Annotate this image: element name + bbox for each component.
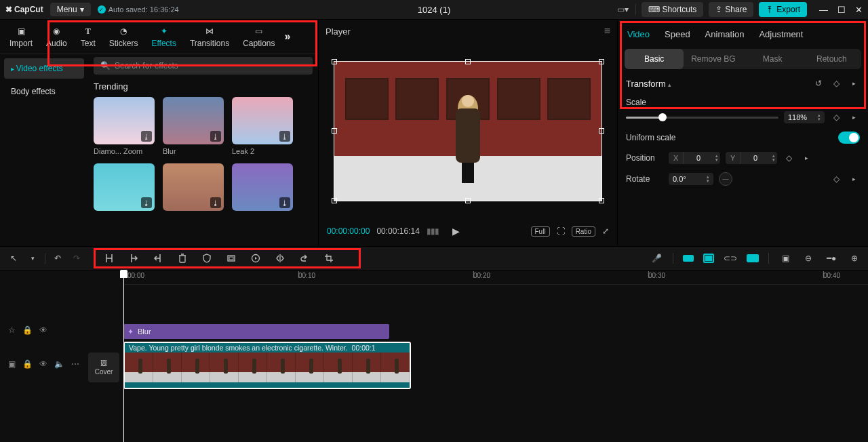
keyframe-icon[interactable]: ◇ (830, 173, 842, 185)
aspect-icon[interactable]: ▭▾ (616, 3, 630, 16)
more-icon[interactable]: ⋯ (71, 359, 79, 369)
preview-icon[interactable]: ▣ (778, 252, 792, 265)
effects-search[interactable]: 🔍 Search for effects (94, 57, 313, 75)
eye-icon[interactable]: 👁 (39, 359, 47, 369)
keyframe-icon[interactable]: ◇ (830, 77, 842, 89)
tab-animation[interactable]: Animation (705, 29, 745, 39)
export-button[interactable]: ⭱ Export (759, 2, 807, 17)
download-icon[interactable]: ⭳ (210, 131, 221, 142)
toggle-a[interactable] (683, 255, 694, 262)
tab-video[interactable]: Video (627, 29, 650, 39)
keyframe-icon[interactable]: ◇ (783, 152, 795, 164)
video-frame[interactable] (334, 61, 602, 201)
rotate-tool[interactable] (298, 252, 311, 265)
download-icon[interactable]: ⭳ (141, 197, 152, 208)
split-tool[interactable] (102, 252, 116, 265)
trim-left-tool[interactable] (127, 252, 140, 265)
download-icon[interactable]: ⭳ (279, 197, 290, 208)
player-canvas[interactable] (326, 40, 610, 222)
tab-adjustment[interactable]: Adjustment (759, 29, 803, 39)
close-button[interactable]: ✕ (855, 5, 863, 15)
player-menu-icon[interactable]: ≡ (604, 25, 610, 37)
lock-icon[interactable]: 🔒 (22, 359, 33, 369)
subtab-removebg[interactable]: Remove BG (684, 49, 743, 69)
shield-tool[interactable] (200, 252, 214, 265)
eye-icon[interactable]: 👁 (39, 325, 47, 335)
mic-icon[interactable]: 🎤 (650, 252, 663, 265)
share-button[interactable]: ⇪ Share (709, 2, 753, 17)
toggle-c[interactable] (747, 254, 759, 262)
tracks-area[interactable]: ☆ 🔒 👁 ▣ 🔒 👁 🔈 ⋯ 🖼 Cover ✦ Blur Vape. You… (0, 285, 868, 442)
rotate-dial[interactable]: — (719, 172, 732, 186)
tab-effects[interactable]: ✦ Effects (144, 24, 182, 49)
reverse-tool[interactable] (249, 252, 262, 265)
effect-thumb[interactable]: ⭳ Leak 2 (232, 97, 293, 155)
playhead[interactable] (123, 270, 124, 442)
pointer-tool[interactable]: ↖ (7, 252, 20, 265)
position-x-input[interactable]: X0▴▾ (669, 152, 720, 164)
effect-thumb[interactable]: ⭳ Diamo... Zoom (94, 97, 155, 155)
chevron-right-icon[interactable]: ▸ (848, 111, 860, 123)
zoom-in-icon[interactable]: ⊕ (848, 252, 861, 265)
subtab-basic[interactable]: Basic (625, 49, 684, 69)
timeline-ruler[interactable]: 00:00 00:10 00:20 00:30 00:40 | | | | | (123, 270, 868, 285)
star-icon[interactable]: ☆ (8, 325, 16, 335)
chevron-right-icon[interactable]: ▸ (848, 77, 860, 89)
cover-button[interactable]: 🖼 Cover (88, 353, 119, 382)
subtab-mask[interactable]: Mask (743, 49, 802, 69)
zoom-out-icon[interactable]: ⊖ (802, 252, 815, 265)
tab-speed[interactable]: Speed (665, 29, 690, 39)
chevron-right-icon[interactable]: ▸ (848, 173, 860, 185)
chevron-right-icon[interactable]: ▸ (800, 152, 812, 164)
reset-icon[interactable]: ↺ (812, 77, 825, 89)
effect-thumb[interactable]: ⭳ Blur (163, 97, 224, 155)
tab-import[interactable]: ▣ Import (3, 24, 39, 49)
track-icon[interactable]: ▣ (8, 359, 16, 369)
sidebar-body-effects[interactable]: Body effects (4, 81, 84, 102)
redo-button[interactable]: ↷ (70, 252, 83, 265)
more-tabs-button[interactable]: » (285, 31, 291, 43)
ratio-button[interactable]: Ratio (572, 226, 595, 237)
mirror-tool[interactable] (273, 252, 287, 265)
tab-text[interactable]: T Text (74, 24, 102, 49)
video-clip[interactable]: Vape. Young pretty girl blonde smokes an… (123, 342, 411, 389)
menu-button[interactable]: Menu ▾ (50, 3, 91, 16)
tab-transitions[interactable]: ⋈ Transitions (183, 24, 236, 49)
minimize-button[interactable]: — (819, 5, 828, 15)
maximize-button[interactable]: ☐ (837, 5, 846, 15)
download-icon[interactable]: ⭳ (279, 131, 290, 142)
fullscreen-icon[interactable]: ⤢ (602, 226, 609, 236)
uniform-scale-toggle[interactable] (838, 132, 860, 144)
crop-frame-tool[interactable] (322, 252, 336, 265)
trim-right-tool[interactable] (151, 252, 165, 265)
volume-bars-icon[interactable]: ▮▮▮ (427, 226, 439, 236)
position-y-input[interactable]: Y0▴▾ (726, 152, 777, 164)
chevron-down-icon[interactable]: ▾ (26, 252, 39, 265)
undo-button[interactable]: ↶ (51, 252, 64, 265)
focus-icon[interactable]: ⛶ (557, 226, 565, 236)
download-icon[interactable]: ⭳ (141, 131, 152, 142)
keyframe-icon[interactable]: ◇ (830, 111, 842, 123)
effect-clip[interactable]: ✦ Blur (123, 324, 389, 339)
zoom-slider-icon[interactable]: ━● (825, 252, 838, 265)
lock-icon[interactable]: 🔒 (22, 325, 33, 335)
tab-audio[interactable]: ◉ Audio (39, 24, 74, 49)
delete-tool[interactable] (176, 252, 189, 265)
toggle-b[interactable] (703, 254, 714, 263)
rotate-input[interactable]: 0.0°▴▾ (669, 173, 713, 185)
effect-thumb[interactable]: ⭳ (232, 163, 293, 214)
scale-slider[interactable] (626, 117, 778, 119)
transform-header[interactable]: Transform ▴ (626, 79, 671, 89)
link-icon[interactable]: ⊂⊃ (724, 252, 737, 265)
play-button[interactable]: ▶ (452, 226, 460, 237)
volume-icon[interactable]: 🔈 (54, 359, 64, 369)
effect-thumb[interactable]: ⭳ (163, 163, 224, 214)
effect-thumb[interactable]: ⭳ (94, 163, 155, 214)
full-button[interactable]: Full (531, 226, 550, 237)
sidebar-video-effects[interactable]: Video effects (4, 58, 84, 79)
download-icon[interactable]: ⭳ (210, 197, 221, 208)
shortcuts-button[interactable]: ⌨ Shortcuts (642, 2, 704, 17)
tab-captions[interactable]: ▭ Captions (236, 24, 281, 49)
tab-stickers[interactable]: ◔ Stickers (102, 24, 145, 49)
subtab-retouch[interactable]: Retouch (802, 49, 861, 69)
